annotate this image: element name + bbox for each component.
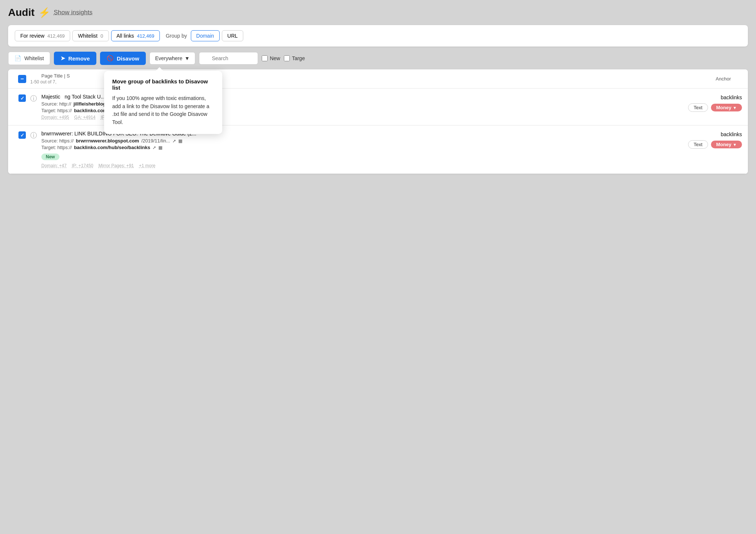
whitelist-icon: 📄 (14, 55, 21, 62)
header-checkbox[interactable]: − (14, 75, 30, 83)
external-link-icon4[interactable]: ➚ (152, 145, 156, 150)
external-link-icon3[interactable]: ➚ (172, 138, 176, 144)
block-icon: 🚫 (107, 55, 114, 62)
row1-checkbox[interactable] (14, 94, 30, 102)
target-checkbox-label[interactable]: Targe (284, 55, 305, 61)
row1-anchor-col: backlinks Text Money ▼ (668, 94, 742, 112)
whitelist-button[interactable]: 📄 Whitelist (8, 52, 50, 65)
new-badge: New (41, 154, 59, 160)
row2-checkbox[interactable] (14, 131, 30, 139)
minus-icon[interactable]: − (18, 75, 26, 83)
question-icon: ⓘ (30, 94, 37, 103)
row2-anchor-col: backlinks Text Money ▼ (668, 131, 742, 149)
question-icon: ⓘ (30, 131, 37, 140)
money-badge[interactable]: Money ▼ (711, 141, 742, 148)
row1-badges: Text Money ▼ (688, 103, 742, 112)
row2-badges: Text Money ▼ (688, 140, 742, 149)
chevron-down-icon: ▼ (733, 142, 737, 147)
filter-bar: For review 412,469 Whitelist 0 All links… (8, 25, 748, 46)
action-bar: 📄 Whitelist ➤ Remove 🚫 Disavow Everywher… (8, 52, 748, 65)
header-anchor-col: Anchor (716, 76, 742, 82)
row2-target: Target: https://backlinko.com/hub/seo/ba… (41, 145, 668, 150)
disavow-button[interactable]: 🚫 Disavow (100, 52, 146, 65)
copy-icon4[interactable]: ▦ (158, 145, 162, 150)
show-insights-link[interactable]: Show insights (54, 9, 93, 16)
row2-content: ⓘ brwrrrwwerer: LINK BUILDING FOR SEO: T… (30, 131, 668, 168)
tab-for-review[interactable]: For review 412,469 (15, 30, 70, 41)
group-by-domain[interactable]: Domain (191, 30, 220, 41)
lightning-icon: ⚡ (38, 7, 50, 18)
tooltip-title: Move group of backlinks to Disavow list (112, 78, 214, 91)
text-badge[interactable]: Text (688, 103, 708, 112)
new-checkbox-label[interactable]: New (262, 55, 280, 61)
chevron-down-icon: ▼ (733, 106, 737, 110)
row2-main: brwrrrwwerer: LINK BUILDING FOR SEO: The… (41, 131, 668, 168)
tooltip-body: If you 100% agree with toxic estimations… (112, 94, 214, 127)
search-input[interactable] (199, 52, 258, 65)
remove-button[interactable]: ➤ Remove (54, 52, 96, 65)
everywhere-dropdown[interactable]: Everywhere ▼ (150, 52, 195, 65)
row2-meta: Domain: +47 IP: +17450 Mirror Pages: +91… (41, 163, 668, 168)
new-checkbox[interactable] (262, 55, 268, 61)
tab-whitelist[interactable]: Whitelist 0 (72, 30, 109, 41)
disavow-tooltip: Move group of backlinks to Disavow list … (104, 71, 222, 134)
money-badge[interactable]: Money ▼ (711, 104, 742, 111)
row2-source: Source: https://brwrrrwwerer.blogspot.co… (41, 138, 668, 144)
send-icon: ➤ (61, 55, 65, 62)
page-title: Audit (8, 7, 35, 18)
tab-all-links[interactable]: All links 412,469 (111, 30, 160, 41)
target-checkbox[interactable] (284, 55, 290, 61)
checked-checkbox[interactable] (18, 94, 26, 102)
text-badge[interactable]: Text (688, 140, 708, 149)
chevron-down-icon: ▼ (185, 55, 190, 61)
group-by-label: Group by (166, 33, 187, 39)
checked-checkbox[interactable] (18, 131, 26, 139)
page-header: Audit ⚡ Show insights (8, 7, 748, 18)
search-wrapper: 🔍 (199, 52, 258, 65)
group-by-url[interactable]: URL (222, 30, 243, 41)
copy-icon3[interactable]: ▦ (178, 138, 182, 144)
